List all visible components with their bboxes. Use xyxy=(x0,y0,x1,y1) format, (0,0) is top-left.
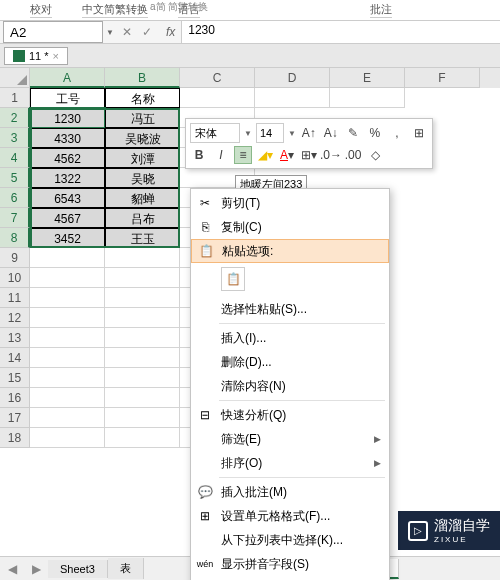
cell[interactable] xyxy=(105,388,180,408)
decrease-font-icon[interactable]: A↓ xyxy=(322,124,340,142)
row-header-6[interactable]: 6 xyxy=(0,188,30,208)
row-header-2[interactable]: 2 xyxy=(0,108,30,128)
col-header-b[interactable]: B xyxy=(105,68,180,88)
menu-phonetic[interactable]: wén 显示拼音字段(S) xyxy=(191,552,389,576)
font-size-selector[interactable] xyxy=(256,123,284,143)
font-selector[interactable] xyxy=(190,123,240,143)
col-header-f[interactable]: F xyxy=(405,68,480,88)
menu-delete[interactable]: 删除(D)... xyxy=(191,350,389,374)
menu-insert[interactable]: 插入(I)... xyxy=(191,326,389,350)
merge-icon[interactable]: ⊞ xyxy=(410,124,428,142)
cell-b4[interactable]: 刘潭 xyxy=(105,148,180,168)
fill-color-icon[interactable]: ◢▾ xyxy=(256,146,274,164)
close-icon[interactable]: × xyxy=(53,50,59,62)
cell[interactable] xyxy=(105,268,180,288)
row-header-15[interactable]: 15 xyxy=(0,368,30,388)
cell[interactable] xyxy=(30,428,105,448)
name-box[interactable] xyxy=(3,21,103,43)
col-header-d[interactable]: D xyxy=(255,68,330,88)
cell-b5[interactable]: 吴晓 xyxy=(105,168,180,188)
row-header-9[interactable]: 9 xyxy=(0,248,30,268)
col-header-a[interactable]: A xyxy=(30,68,105,88)
menu-dropdown-list[interactable]: 从下拉列表中选择(K)... xyxy=(191,528,389,552)
cell-b8[interactable]: 王玉 xyxy=(105,228,180,248)
enter-icon[interactable]: ✓ xyxy=(138,23,156,41)
cell-a3[interactable]: 4330 xyxy=(30,128,105,148)
cell[interactable] xyxy=(30,388,105,408)
cancel-icon[interactable]: ✕ xyxy=(118,23,136,41)
row-header-10[interactable]: 10 xyxy=(0,268,30,288)
cell[interactable] xyxy=(30,348,105,368)
increase-font-icon[interactable]: A↑ xyxy=(300,124,318,142)
menu-paste-options[interactable]: 📋 粘贴选项: xyxy=(191,239,389,263)
row-header-3[interactable]: 3 xyxy=(0,128,30,148)
sheet-tab-sheet3[interactable]: Sheet3 xyxy=(48,560,108,578)
italic-button[interactable]: I xyxy=(212,146,230,164)
row-header-17[interactable]: 17 xyxy=(0,408,30,428)
menu-quick-analysis[interactable]: ⊟ 快速分析(Q) xyxy=(191,403,389,427)
sheet-nav-prev-icon[interactable]: ◀ xyxy=(0,562,24,576)
cell-a7[interactable]: 4567 xyxy=(30,208,105,228)
cell[interactable] xyxy=(30,368,105,388)
percent-icon[interactable]: % xyxy=(366,124,384,142)
menu-clear[interactable]: 清除内容(N) xyxy=(191,374,389,398)
menu-filter[interactable]: 筛选(E) ▶ xyxy=(191,427,389,451)
menu-insert-comment[interactable]: 💬 插入批注(M) xyxy=(191,480,389,504)
cell[interactable] xyxy=(30,248,105,268)
cell-a6[interactable]: 6543 xyxy=(30,188,105,208)
paste-option-default[interactable]: 📋 xyxy=(221,267,245,291)
ribbon-comments[interactable]: 批注 xyxy=(370,2,392,18)
cell-b7[interactable]: 吕布 xyxy=(105,208,180,228)
row-header-11[interactable]: 11 xyxy=(0,288,30,308)
row-header-5[interactable]: 5 xyxy=(0,168,30,188)
cell[interactable] xyxy=(30,308,105,328)
cell[interactable] xyxy=(105,328,180,348)
cell-a2[interactable]: 1230 xyxy=(30,108,105,128)
bold-button[interactable]: B xyxy=(190,146,208,164)
cell[interactable] xyxy=(105,428,180,448)
col-header-c[interactable]: C xyxy=(180,68,255,88)
cell-a8[interactable]: 3452 xyxy=(30,228,105,248)
row-header-12[interactable]: 12 xyxy=(0,308,30,328)
menu-define-name[interactable]: 定义名称(A)... xyxy=(191,576,389,580)
cell[interactable] xyxy=(30,328,105,348)
row-header-1[interactable]: 1 xyxy=(0,88,30,108)
row-header-7[interactable]: 7 xyxy=(0,208,30,228)
format-painter-icon[interactable]: ✎ xyxy=(344,124,362,142)
sheet-tab-other[interactable]: 表 xyxy=(108,558,144,579)
cell[interactable] xyxy=(180,88,255,108)
menu-sort[interactable]: 排序(O) ▶ xyxy=(191,451,389,475)
row-header-16[interactable]: 16 xyxy=(0,388,30,408)
cell-b3[interactable]: 吴晓波 xyxy=(105,128,180,148)
cell-a4[interactable]: 4562 xyxy=(30,148,105,168)
row-header-8[interactable]: 8 xyxy=(0,228,30,248)
menu-cut[interactable]: ✂ 剪切(T) xyxy=(191,191,389,215)
ribbon-convert[interactable]: 中文简繁转换 xyxy=(82,2,148,18)
cell[interactable] xyxy=(105,308,180,328)
cell-a5[interactable]: 1322 xyxy=(30,168,105,188)
cell[interactable] xyxy=(30,268,105,288)
cell[interactable] xyxy=(330,88,405,108)
cell[interactable] xyxy=(105,288,180,308)
row-header-13[interactable]: 13 xyxy=(0,328,30,348)
decimal-dec-icon[interactable]: .00 xyxy=(344,146,362,164)
cell[interactable] xyxy=(30,408,105,428)
cell[interactable] xyxy=(105,248,180,268)
cell[interactable] xyxy=(105,408,180,428)
cell[interactable] xyxy=(105,348,180,368)
cell-b2[interactable]: 冯五 xyxy=(105,108,180,128)
row-header-18[interactable]: 18 xyxy=(0,428,30,448)
menu-format-cells[interactable]: ⊞ 设置单元格格式(F)... xyxy=(191,504,389,528)
font-color-icon[interactable]: A▾ xyxy=(278,146,296,164)
select-all-corner[interactable] xyxy=(0,68,30,88)
cell-a1[interactable]: 工号 xyxy=(30,88,105,108)
namebox-dropdown[interactable]: ▼ xyxy=(106,28,114,37)
clear-format-icon[interactable]: ◇ xyxy=(366,146,384,164)
formula-bar[interactable]: 1230 xyxy=(181,21,500,43)
cell[interactable] xyxy=(105,368,180,388)
row-header-14[interactable]: 14 xyxy=(0,348,30,368)
comma-icon[interactable]: , xyxy=(388,124,406,142)
decimal-inc-icon[interactable]: .0→ xyxy=(322,146,340,164)
menu-copy[interactable]: ⎘ 复制(C) xyxy=(191,215,389,239)
fx-icon[interactable]: fx xyxy=(160,25,181,39)
